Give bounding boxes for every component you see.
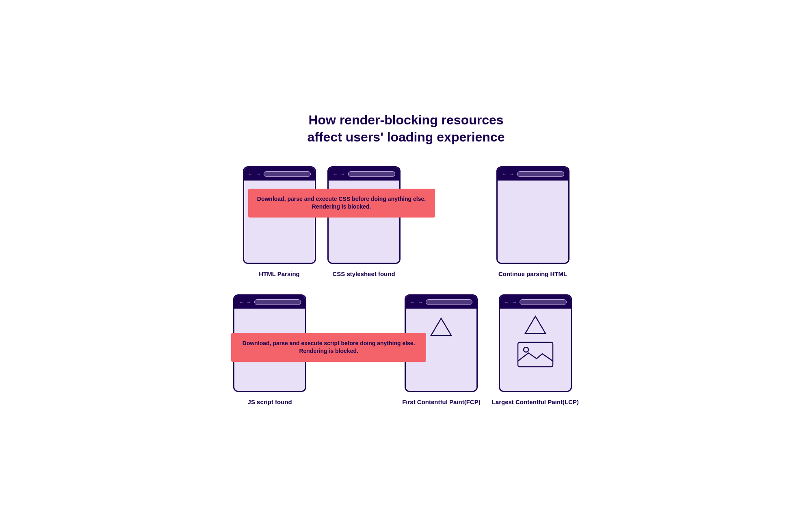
svg-marker-1 — [525, 316, 546, 333]
url-bar-lcp — [520, 299, 566, 305]
nav-arrows-js: ← → — [238, 299, 252, 305]
url-bar-css — [348, 171, 395, 177]
label-fcp: First Contentful Paint(FCP) — [402, 398, 480, 406]
label-continue: Continue parsing HTML — [498, 270, 567, 278]
browser-bar-lcp: ← → — [500, 296, 571, 309]
page-title: How render-blocking resourcesaffect user… — [203, 112, 609, 146]
css-banner-text: Download, parse and execute CSS before d… — [256, 195, 427, 211]
url-bar — [264, 171, 310, 177]
label-js: JS script found — [248, 398, 292, 406]
nav-arrows: ← → — [248, 171, 262, 177]
browser-content-lcp — [500, 309, 571, 391]
nav-arrows-continue: ← → — [502, 171, 515, 177]
browser-continue: ← → — [496, 166, 569, 264]
url-bar-fcp — [426, 299, 472, 305]
browser-bar-continue: ← → — [498, 168, 568, 181]
js-banner-text: Download, parse and execute script befor… — [239, 340, 418, 355]
svg-rect-2 — [518, 342, 553, 367]
url-bar-js — [254, 299, 301, 305]
css-blocking-banner: Download, parse and execute CSS before d… — [248, 189, 435, 218]
js-blocking-banner: Download, parse and execute script befor… — [231, 333, 426, 362]
nav-arrows-lcp: ← → — [504, 299, 518, 305]
url-bar-continue — [517, 171, 564, 177]
cell-html-parsing: ← → HTML Parsing — [243, 166, 316, 278]
svg-point-3 — [524, 347, 528, 352]
cell-continue-parsing: ← → Continue parsing HTML — [496, 166, 569, 278]
cell-lcp: ← → — [492, 294, 579, 406]
label-html-parsing: HTML Parsing — [259, 270, 300, 278]
browser-bar: ← → — [244, 168, 315, 181]
label-lcp: Largest Contentful Paint(LCP) — [492, 398, 579, 406]
cell-css-stylesheet: ← → Download, parse and execute CSS befo… — [327, 166, 401, 278]
cell-js-script: ← → Download, parse and execute script b… — [233, 294, 306, 406]
triangle-icon-lcp — [524, 315, 547, 334]
image-icon-lcp — [517, 342, 554, 368]
nav-arrows-fcp: ← → — [410, 299, 423, 305]
browser-bar-js: ← → — [234, 296, 305, 309]
label-css: CSS stylesheet found — [332, 270, 395, 278]
svg-marker-0 — [431, 318, 451, 335]
page-container: How render-blocking resourcesaffect user… — [203, 112, 609, 406]
browser-lcp: ← → — [499, 294, 572, 392]
nav-arrows-css: ← → — [333, 171, 346, 177]
browser-bar-fcp: ← → — [406, 296, 476, 309]
browser-bar-css: ← → — [329, 168, 399, 181]
browser-content-continue — [498, 181, 568, 263]
triangle-icon-fcp — [430, 317, 453, 336]
